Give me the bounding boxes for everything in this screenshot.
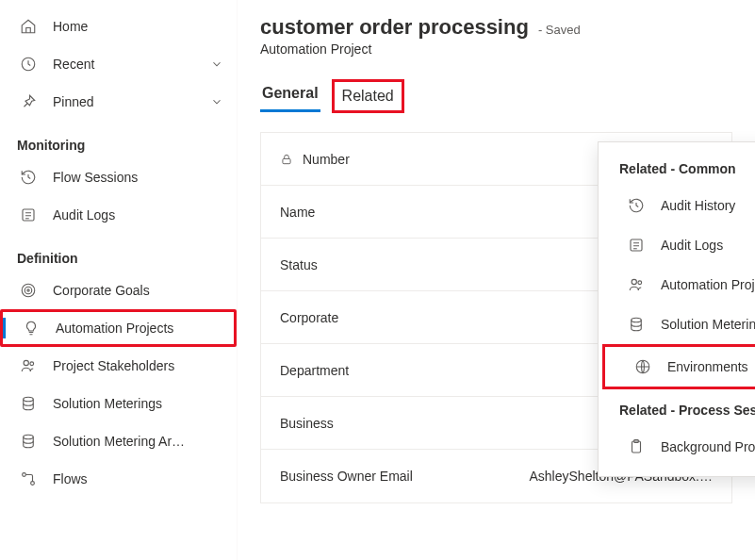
nav-pinned-label: Pinned <box>53 94 94 109</box>
label-corporate: Corporate <box>280 310 459 325</box>
chevron-down-icon <box>210 95 223 108</box>
database-icon <box>19 394 38 413</box>
svg-point-13 <box>632 279 636 284</box>
page-title: customer order processing <box>260 15 529 40</box>
label-status: Status <box>280 257 459 272</box>
nav-audit-logs[interactable]: Audit Logs <box>0 196 237 234</box>
svg-point-5 <box>24 360 28 365</box>
tab-general[interactable]: General <box>260 79 320 112</box>
list-icon <box>627 236 646 255</box>
dd-stakeholders[interactable]: Automation Project Stakeholders <box>599 265 755 305</box>
lock-icon <box>280 153 295 166</box>
nav-solution-metering-ar[interactable]: Solution Metering Ar… <box>0 422 237 460</box>
saved-status: - Saved <box>538 23 581 37</box>
dd-solution-meterings[interactable]: Solution Meterings <box>599 305 755 344</box>
svg-point-9 <box>23 473 26 477</box>
page-subtitle: Automation Project <box>260 41 732 57</box>
dd-section-process: Related - Process Sessions <box>599 389 755 427</box>
nav-project-stakeholders[interactable]: Project Stakeholders <box>0 347 237 385</box>
target-icon <box>19 281 38 300</box>
main-content: customer order processing - Saved Automa… <box>238 0 755 560</box>
label-business-owner-email: Business Owner Email <box>280 469 487 484</box>
nav-recent[interactable]: Recent <box>0 45 237 83</box>
flow-icon <box>19 469 38 488</box>
dd-environments-label: Environments <box>667 359 748 374</box>
nav-audit-logs-label: Audit Logs <box>53 207 115 222</box>
label-department: Department <box>280 363 459 378</box>
nav-flow-sessions-label: Flow Sessions <box>53 170 138 185</box>
dd-audit-logs-label: Audit Logs <box>661 238 723 253</box>
dd-background-processes-label: Background Processes <box>661 439 755 454</box>
dd-solution-meterings-label: Solution Meterings <box>661 317 755 332</box>
dd-audit-history[interactable]: Audit History <box>599 186 755 225</box>
svg-point-14 <box>638 281 642 285</box>
nav-solution-meterings-label: Solution Meterings <box>53 396 162 411</box>
svg-point-7 <box>24 397 34 402</box>
list-icon <box>19 206 38 224</box>
svg-point-8 <box>24 435 34 439</box>
svg-point-15 <box>632 318 642 322</box>
nav-recent-label: Recent <box>53 57 94 72</box>
home-icon <box>19 17 38 36</box>
clipboard-icon <box>627 437 646 456</box>
nav-corporate-goals-label: Corporate Goals <box>53 283 150 298</box>
nav-corporate-goals[interactable]: Corporate Goals <box>0 272 237 309</box>
svg-point-4 <box>27 289 29 291</box>
nav-solution-metering-ar-label: Solution Metering Ar… <box>53 434 185 449</box>
people-icon <box>627 275 646 294</box>
nav-project-stakeholders-label: Project Stakeholders <box>53 358 174 373</box>
sidebar: Home Recent Pinned Monitoring F <box>0 0 238 560</box>
history-icon <box>19 168 38 187</box>
nav-automation-projects[interactable]: Automation Projects <box>0 309 237 347</box>
dd-background-processes[interactable]: Background Processes <box>599 427 755 467</box>
history-icon <box>627 196 646 215</box>
people-icon <box>19 356 38 375</box>
lightbulb-icon <box>22 319 41 338</box>
nav-solution-meterings[interactable]: Solution Meterings <box>0 385 237 422</box>
nav-flows[interactable]: Flows <box>0 460 237 498</box>
nav-flows-label: Flows <box>53 471 88 486</box>
dd-audit-history-label: Audit History <box>661 198 735 213</box>
tab-related[interactable]: Related <box>340 82 396 108</box>
globe-icon <box>633 357 652 376</box>
svg-point-10 <box>31 482 35 486</box>
nav-pinned[interactable]: Pinned <box>0 83 237 121</box>
dd-section-common: Related - Common <box>599 156 755 186</box>
dd-audit-logs[interactable]: Audit Logs <box>599 225 755 265</box>
nav-group-monitoring: Monitoring <box>0 121 237 158</box>
nav-flow-sessions[interactable]: Flow Sessions <box>0 158 237 196</box>
label-number: Number <box>303 152 482 167</box>
database-icon <box>19 432 38 451</box>
pin-icon <box>19 92 38 111</box>
nav-group-definition: Definition <box>0 234 237 272</box>
svg-point-3 <box>25 287 32 294</box>
chevron-down-icon <box>210 58 223 71</box>
related-dropdown: Related - Common Audit History Audit Log… <box>598 141 755 477</box>
dd-environments[interactable]: Environments <box>605 347 755 387</box>
label-name: Name <box>280 205 459 220</box>
tabs: General Related <box>260 79 732 113</box>
nav-home-label: Home <box>53 19 88 34</box>
nav-automation-projects-label: Automation Projects <box>56 321 173 336</box>
dd-stakeholders-label: Automation Project Stakeholders <box>661 277 755 292</box>
clock-icon <box>19 55 38 74</box>
database-icon <box>627 315 646 334</box>
nav-home[interactable]: Home <box>0 8 237 45</box>
svg-point-6 <box>30 362 34 366</box>
svg-point-2 <box>22 284 35 297</box>
label-business: Business <box>280 416 459 431</box>
svg-rect-11 <box>283 158 290 163</box>
